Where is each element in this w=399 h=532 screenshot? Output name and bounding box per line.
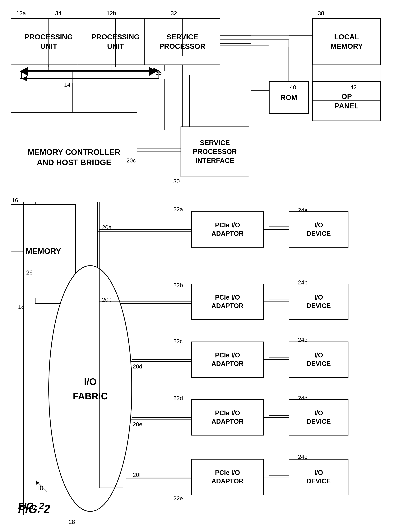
op-panel-box: OP PANEL bbox=[312, 81, 381, 121]
rom-label: ROM bbox=[280, 93, 297, 102]
pcie-a-label: PCIe I/O ADAPTOR bbox=[211, 221, 243, 238]
processing-unit-a-box: PROCESSING UNIT bbox=[11, 18, 87, 65]
svg-text:FABRIC: FABRIC bbox=[73, 391, 108, 401]
io-b-label: I/O DEVICE bbox=[307, 293, 331, 310]
ref-14: 14 bbox=[64, 81, 71, 88]
ref-20c: 20c bbox=[126, 157, 136, 164]
ref-22d: 22d bbox=[173, 395, 183, 402]
ref-20e: 20e bbox=[133, 421, 142, 428]
io-device-b-box: I/O DEVICE bbox=[289, 284, 349, 320]
rom-box: ROM bbox=[269, 81, 309, 114]
ref-36: 36 bbox=[155, 70, 162, 76]
processing-unit-a-label: PROCESSING UNIT bbox=[25, 32, 73, 51]
ref-22a: 22a bbox=[173, 206, 183, 213]
processing-unit-b-box: PROCESSING UNIT bbox=[78, 18, 153, 65]
ref-40: 40 bbox=[290, 84, 296, 91]
ref-20f: 20f bbox=[133, 472, 141, 478]
io-fabric-ellipse: I/O FABRIC bbox=[47, 262, 134, 515]
io-device-a-box: I/O DEVICE bbox=[289, 211, 349, 247]
pcie-e-label: PCIe I/O ADAPTOR bbox=[211, 469, 243, 486]
pcie-c-label: PCIe I/O ADAPTOR bbox=[211, 351, 243, 368]
pcie-b-label: PCIe I/O ADAPTOR bbox=[211, 293, 243, 310]
bus-arrow bbox=[11, 67, 168, 83]
svg-marker-85 bbox=[36, 481, 39, 485]
ref-38: 38 bbox=[318, 10, 324, 17]
service-processor-box: SERVICE PROCESSOR bbox=[144, 18, 220, 65]
processing-unit-b-label: PROCESSING UNIT bbox=[92, 32, 140, 51]
ref-20b: 20b bbox=[102, 296, 111, 303]
service-processor-label: SERVICE PROCESSOR bbox=[159, 32, 205, 51]
pcie-d-label: PCIe I/O ADAPTOR bbox=[211, 409, 243, 426]
ref-24d: 24d bbox=[298, 395, 307, 402]
ref-12b: 12b bbox=[106, 10, 116, 17]
ref-34: 34 bbox=[55, 10, 61, 17]
ref-16: 16 bbox=[12, 197, 18, 204]
svg-point-45 bbox=[49, 266, 132, 511]
memory-label: MEMORY bbox=[26, 246, 61, 256]
ref-30: 30 bbox=[173, 178, 180, 185]
io-device-e-box: I/O DEVICE bbox=[289, 459, 349, 495]
spi-box: SERVICE PROCESSOR INTERFACE bbox=[181, 127, 249, 177]
ref-12a: 12a bbox=[16, 10, 26, 17]
ref-24b: 24b bbox=[298, 279, 307, 286]
op-panel-label: OP PANEL bbox=[335, 92, 359, 111]
diagram: PROCESSING UNIT PROCESSING UNIT SERVICE … bbox=[0, 0, 399, 532]
ref-24a: 24a bbox=[298, 207, 307, 214]
fig-2-label: FIG. 2 bbox=[18, 502, 50, 516]
pcie-adaptor-e-box: PCIe I/O ADAPTOR bbox=[191, 459, 264, 495]
io-device-d-box: I/O DEVICE bbox=[289, 399, 349, 436]
ref-28: 28 bbox=[69, 519, 75, 525]
pcie-adaptor-d-box: PCIe I/O ADAPTOR bbox=[191, 399, 264, 436]
svg-text:I/O: I/O bbox=[84, 376, 96, 387]
memory-controller-label: MEMORY CONTROLLER AND HOST BRIDGE bbox=[28, 147, 120, 168]
io-device-c-box: I/O DEVICE bbox=[289, 342, 349, 378]
spi-label: SERVICE PROCESSOR INTERFACE bbox=[193, 139, 237, 165]
io-a-label: I/O DEVICE bbox=[307, 221, 331, 238]
ref-20a: 20a bbox=[102, 224, 111, 231]
pcie-adaptor-b-box: PCIe I/O ADAPTOR bbox=[191, 284, 264, 320]
ref-22e: 22e bbox=[173, 495, 183, 502]
io-c-label: I/O DEVICE bbox=[307, 351, 331, 368]
ref-24e: 24e bbox=[298, 454, 307, 460]
ref-22c: 22c bbox=[173, 338, 183, 345]
ref-24c: 24c bbox=[298, 336, 307, 343]
local-memory-box: LOCAL MEMORY bbox=[312, 18, 381, 65]
memory-controller-box: MEMORY CONTROLLER AND HOST BRIDGE bbox=[11, 112, 137, 203]
ref-10-arrow bbox=[32, 479, 50, 493]
ref-26: 26 bbox=[26, 269, 33, 276]
ref-32: 32 bbox=[171, 10, 177, 17]
ref-22b: 22b bbox=[173, 282, 183, 289]
ref-42: 42 bbox=[350, 84, 357, 91]
ref-20d: 20d bbox=[133, 363, 142, 370]
pcie-adaptor-a-box: PCIe I/O ADAPTOR bbox=[191, 211, 264, 247]
ref-18: 18 bbox=[18, 304, 25, 310]
local-memory-label: LOCAL MEMORY bbox=[331, 32, 363, 51]
io-e-label: I/O DEVICE bbox=[307, 469, 331, 486]
pcie-adaptor-c-box: PCIe I/O ADAPTOR bbox=[191, 342, 264, 378]
io-d-label: I/O DEVICE bbox=[307, 409, 331, 426]
svg-marker-42 bbox=[22, 76, 27, 81]
